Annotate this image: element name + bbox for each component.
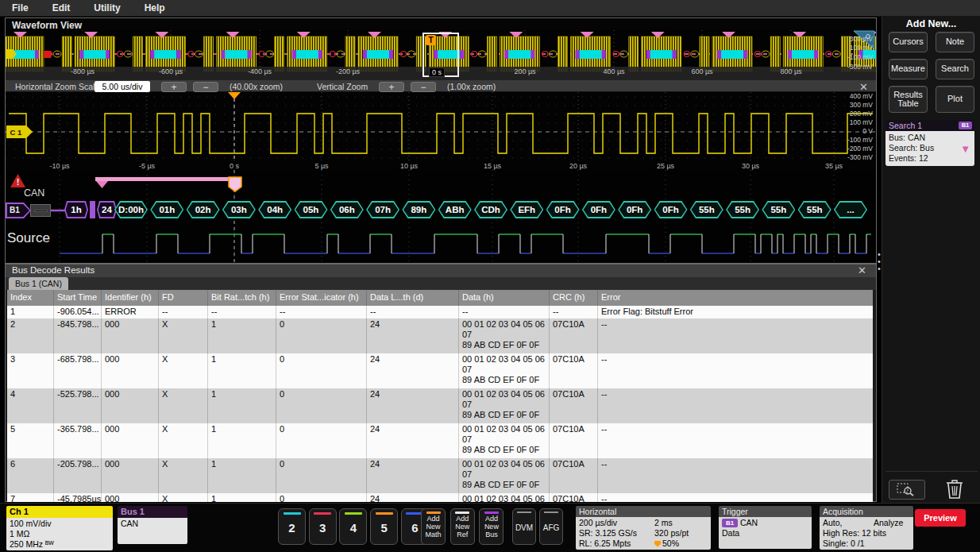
oscilloscope-app: FileEditUtilityHelp Waveform View T -800…	[0, 0, 980, 552]
channel-5-button[interactable]: 5	[370, 508, 398, 545]
channel-2-button[interactable]: 2	[278, 508, 306, 545]
decode-packet: 04h	[258, 201, 291, 218]
search-result-card[interactable]: Search 1 B1 ▼ Bus: CANSearch: BusEvents:…	[885, 120, 974, 166]
column-header[interactable]: FD	[158, 290, 207, 306]
decode-packet: 0Fh	[582, 201, 615, 218]
trigger-panel[interactable]: Trigger B1 CAN Data	[719, 506, 812, 549]
decode-packet: 07h	[366, 201, 399, 218]
table-cell: 24	[366, 353, 458, 388]
table-row[interactable]: 6-205.798...000X102400 01 02 03 04 05 06…	[7, 458, 873, 493]
sidebar-divider	[885, 471, 978, 472]
zoom-tick: 30 µs	[742, 162, 759, 170]
add-new-math-button[interactable]: AddNewMath	[421, 508, 446, 545]
bus-1-badge[interactable]: Bus 1 CAN	[118, 506, 187, 544]
results-close-icon[interactable]: ✕	[858, 264, 866, 276]
table-cell: 00 01 02 03 04 05 06 07 89 AB CD EF 0F 0…	[458, 353, 549, 388]
bus-handle-icon[interactable]	[30, 204, 51, 217]
decode-packet: 05h	[295, 201, 328, 218]
add-new-results-table-button[interactable]: Results Table	[889, 86, 928, 113]
results-title-bar[interactable]: Bus Decode Results ✕	[6, 264, 876, 277]
table-row[interactable]: 2-845.798...000X102400 01 02 03 04 05 06…	[7, 318, 873, 353]
zoom-voltage-label: 0 V	[862, 128, 873, 135]
table-cell: --	[597, 388, 873, 423]
column-header[interactable]: Data (h)	[458, 290, 549, 306]
table-cell: 1	[207, 318, 276, 353]
add-new-title: Add New...	[882, 18, 980, 29]
column-header[interactable]: Start Time	[53, 290, 101, 306]
add-new-ref-button[interactable]: AddNewRef	[450, 508, 475, 545]
waveform-view-panel: Waveform View T -800 µs-600 µs-400 µs-20…	[5, 17, 877, 264]
column-header[interactable]: Error Stat...icator (h)	[276, 290, 366, 306]
table-row[interactable]: 3-685.798...000X102400 01 02 03 04 05 06…	[7, 353, 873, 388]
column-header[interactable]: Error	[597, 290, 873, 306]
table-cell: X	[158, 493, 207, 502]
zoom-tick: -5 µs	[139, 162, 155, 170]
zoom-tick: 25 µs	[657, 162, 674, 170]
table-cell: 24	[366, 388, 458, 423]
channel-3-button[interactable]: 3	[309, 508, 337, 545]
menu-file[interactable]: File	[12, 0, 29, 17]
hzoom-minus-button[interactable]: −	[193, 82, 218, 92]
decode-packet: 0Fh	[618, 201, 651, 218]
table-row[interactable]: 7-45.7985µs000X102400 01 02 03 04 05 06 …	[7, 493, 873, 502]
zoomed-waveform[interactable]: C 1 -10 µs-5 µs0 s5 µs10 µs15 µs20 µs25 …	[6, 92, 876, 170]
tab-bus1-can[interactable]: Bus 1 (CAN)	[9, 277, 68, 290]
zoom-voltage-label: -200 mV	[847, 145, 873, 152]
dvm-button[interactable]: DVM	[512, 508, 536, 545]
bus-decode-lane[interactable]: ! CAN B1 1h24D:00h01h02h03h04h05h06h07h8…	[6, 170, 876, 263]
results-table-header: IndexStart TimeIdentifier (h)FDBit Rat..…	[7, 290, 873, 306]
table-cell: 000	[101, 423, 158, 458]
preview-button[interactable]: Preview	[915, 509, 966, 527]
add-new-bus-button[interactable]: AddNewBus	[479, 508, 504, 545]
vzoom-minus-button[interactable]: −	[411, 82, 436, 92]
trash-button[interactable]	[943, 477, 966, 501]
channel-1-line: 250 MHz ᴮᵂ	[10, 539, 113, 550]
table-cell: 1	[207, 388, 276, 423]
add-new-plot-button[interactable]: Plot	[936, 86, 974, 113]
table-row[interactable]: 5-365.798...000X102400 01 02 03 04 05 06…	[7, 423, 873, 458]
bus-b1-badge[interactable]: B1	[6, 203, 31, 218]
svg-text:C 1: C 1	[10, 128, 23, 137]
table-cell: 07C10A	[549, 388, 597, 423]
menu-utility[interactable]: Utility	[94, 0, 120, 17]
column-header[interactable]: CRC (h)	[549, 290, 597, 306]
overview-tick: 400 µs	[603, 68, 624, 75]
bus-1-info: CAN	[118, 518, 187, 544]
table-cell: --	[158, 306, 207, 318]
channel-4-button[interactable]: 4	[339, 508, 367, 545]
add-new-note-button[interactable]: Note	[936, 32, 974, 52]
column-header[interactable]: Identifier (h)	[101, 290, 158, 306]
horizontal-zoom-scale-input[interactable]: 5.00 us/div	[95, 81, 150, 92]
results-tab-row: Bus 1 (CAN)	[6, 277, 876, 290]
table-cell: 07C10A	[549, 423, 597, 458]
table-row[interactable]: 1-906.054...ERROR FRA...------------Erro…	[7, 306, 873, 318]
horizontal-panel[interactable]: Horizontal 200 µs/div2 msSR: 3.125 GS/s3…	[576, 506, 711, 550]
add-new-cursors-button[interactable]: Cursors	[889, 32, 928, 52]
decode-packet: 1h	[64, 201, 88, 218]
vzoom-plus-button[interactable]: +	[379, 82, 404, 92]
add-new-measure-button[interactable]: Measure	[889, 59, 928, 79]
channel-1-title: Ch 1	[6, 506, 113, 518]
column-header[interactable]: Data L...th (d)	[366, 290, 458, 306]
table-row[interactable]: 4-525.798...000X102400 01 02 03 04 05 06…	[7, 388, 873, 423]
zoom-tick: 5 µs	[314, 162, 328, 170]
acquisition-panel[interactable]: Acquisition Auto,AnalyzeHigh Res: 12 bit…	[820, 506, 913, 550]
table-cell: --	[597, 423, 873, 458]
menu-edit[interactable]: Edit	[52, 0, 71, 17]
channel-1-badge[interactable]: Ch 1 100 mV/div1 MΩ250 MHz ᴮᵂ	[6, 506, 113, 550]
zoom-select-button[interactable]	[889, 480, 925, 500]
column-header[interactable]: Index	[7, 290, 53, 306]
hzoom-plus-button[interactable]: +	[161, 82, 187, 92]
zoomed-plot[interactable]: C 1	[6, 92, 876, 170]
right-sidebar: Add New... CursorsNoteMeasureSearchResul…	[882, 17, 980, 503]
overview-waveform[interactable]: T -800 µs-600 µs-400 µs-200 µs0 s200 µs4…	[6, 30, 876, 79]
zoom-tick: 35 µs	[825, 162, 843, 170]
afg-button[interactable]: AFG	[539, 508, 563, 545]
column-header[interactable]: Bit Rat...tch (h)	[207, 290, 276, 306]
table-cell: X	[158, 423, 207, 458]
add-new-search-button[interactable]: Search	[936, 59, 974, 79]
bus-decode-results-panel: Bus Decode Results ✕ Bus 1 (CAN) IndexSt…	[5, 264, 877, 502]
table-cell: 1	[7, 306, 53, 318]
menu-help[interactable]: Help	[145, 0, 165, 17]
zoom-close-icon[interactable]: ✕	[859, 81, 868, 93]
